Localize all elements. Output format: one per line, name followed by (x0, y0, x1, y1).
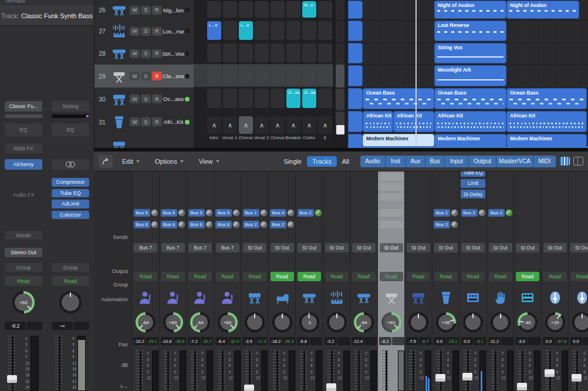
region-night-of-avalon[interactable]: Night of Avalon (506, 1, 579, 19)
empty-slot[interactable] (380, 183, 403, 191)
region-stub[interactable] (348, 1, 363, 19)
volume-db-value[interactable]: -3.2 (325, 337, 337, 345)
channel-strip-1[interactable]: Bus 5Bus 6Bus 7Read-64-10.2-29.1036912 (131, 171, 160, 391)
send-level-knob[interactable] (178, 221, 185, 228)
send-bus-button[interactable]: Bus 2 (270, 221, 286, 228)
scene-trigger-3[interactable]: ∧ (239, 116, 253, 134)
send-slot[interactable]: Bus 2 (243, 221, 267, 228)
plugin-slot-tube-eq[interactable]: Tube EQ (461, 171, 485, 177)
volume-value-box[interactable]: -∞ (52, 322, 73, 330)
loop-cell-empty[interactable] (302, 43, 316, 62)
fader-cap[interactable] (572, 374, 582, 382)
track-row-30[interactable]: 30MSROc...ass (94, 87, 194, 111)
loop-cell-empty[interactable] (318, 89, 332, 108)
output-assign-button[interactable]: Bus 7 (161, 243, 185, 252)
automation-mode-button[interactable]: Read (407, 272, 430, 281)
output-assign-button[interactable]: St Out (243, 243, 266, 252)
loop-cell-empty[interactable] (302, 21, 316, 40)
pan-knob[interactable]: -64 (136, 312, 156, 332)
loop-cell-empty[interactable] (239, 66, 253, 85)
region-african-kit[interactable]: African Kit (393, 111, 434, 132)
volume-db-value[interactable]: 0.0 (543, 337, 555, 345)
mute-button[interactable]: M (130, 49, 140, 58)
record-enable-button[interactable]: R (152, 27, 162, 36)
pan-knob[interactable]: -64 (190, 312, 210, 332)
send-level-knob[interactable] (206, 221, 212, 228)
loop-cell-empty[interactable] (318, 43, 332, 62)
divider-thumb[interactable] (336, 125, 344, 134)
loop-cell-empty[interactable] (255, 89, 269, 108)
loop-cell-empty[interactable] (271, 21, 285, 40)
mute-button[interactable]: M (130, 117, 140, 126)
send-bus-button[interactable]: Bus 5 (188, 209, 205, 217)
pan-knob[interactable] (463, 312, 483, 332)
groups-bar[interactable]: Groups (0, 0, 100, 5)
channel-strip-13[interactable]: Tube EQLimitSt-DelayBus 2St OutRead0.0-8… (459, 171, 487, 391)
scene-trigger-4[interactable]: ∧ (255, 116, 269, 134)
record-enable-button[interactable]: R (152, 117, 162, 126)
playhead[interactable] (415, 0, 417, 148)
fader-cap[interactable] (435, 374, 445, 382)
menu-view[interactable]: View (199, 158, 219, 165)
plugin-slot-adlimit[interactable]: AdLimit (52, 200, 89, 208)
loop-cell-cyan[interactable]: N...n (302, 1, 316, 18)
view-mode-tracks[interactable]: Tracks (307, 156, 337, 167)
sends-slot-button[interactable]: Sends (5, 231, 42, 240)
volume-db-value[interactable]: -10.2 (133, 337, 146, 345)
plugin-slot-compressor[interactable]: Compressor (52, 178, 89, 187)
loop-cell-empty[interactable] (207, 89, 221, 108)
output-assign-button[interactable]: St Out (407, 243, 430, 252)
track-row-29[interactable]: 29MSRCla...ass (94, 65, 194, 88)
scene-trigger-2[interactable]: ∧ (223, 116, 237, 134)
loop-cell-empty[interactable] (239, 43, 253, 62)
output-slot-button[interactable]: Stereo Out (5, 248, 42, 257)
automation-mode-button[interactable]: Read (434, 272, 458, 281)
volume-db-value[interactable]: -7.2 (188, 337, 200, 345)
send-slot[interactable]: Bus 5 (161, 209, 185, 217)
fader-cap[interactable] (244, 385, 254, 391)
record-enable-button[interactable]: R (152, 49, 162, 58)
region-stub[interactable] (348, 111, 363, 132)
empty-send-slot[interactable] (380, 221, 403, 228)
send-bus-button[interactable]: Bus 2 (243, 221, 259, 228)
midi-fx-button[interactable]: MIDI FX (5, 144, 42, 153)
send-bus-button[interactable]: Bus 2 (461, 209, 478, 217)
loop-cell-empty[interactable] (286, 1, 300, 18)
send-slot[interactable]: Bus 2 (461, 209, 485, 217)
volume-db-value[interactable]: -6.4 (215, 337, 228, 345)
channel-strip-7[interactable]: Bus 2St OutRead-1-5.8036912 (295, 171, 323, 391)
loop-cell-empty[interactable] (318, 21, 332, 40)
send-bus-button[interactable]: Bus 2 (434, 221, 450, 228)
record-enable-button[interactable]: R (152, 72, 162, 80)
send-slot[interactable]: Bus 1 (243, 209, 267, 217)
loop-cell-empty[interactable] (223, 66, 237, 85)
send-slot[interactable]: Bus 5 (215, 209, 239, 217)
send-slot[interactable]: Bus 2 (298, 209, 322, 217)
fader-cap[interactable] (462, 373, 472, 380)
plugin-slot-st-delay[interactable]: St-Delay (461, 190, 485, 198)
pan-knob[interactable] (408, 312, 428, 332)
channel-strip-2[interactable]: Bus 5Bus 6Bus 7Read+63-10.8-26.6036912 (159, 171, 187, 391)
track-row-28[interactable]: 28MSRStri...Vox (94, 42, 194, 65)
region-night-of-avalon[interactable]: Night of Avalon (434, 1, 506, 19)
automation-mode-button[interactable]: Read (188, 272, 212, 281)
volume-db-value[interactable]: -11.2 (488, 337, 501, 345)
channel-strip-5[interactable]: Bus 1Bus 2St OutRead-3.5-17.3036912 (241, 171, 269, 391)
region-african-kit[interactable]: African Kit (506, 111, 587, 132)
region-ocean-bass[interactable]: Ocean Bass (363, 88, 434, 109)
send-slot[interactable]: Bus 6 (161, 221, 185, 228)
output-assign-button[interactable]: Bus 7 (216, 243, 239, 252)
region-moonlight-ark[interactable]: Moonlight Ark (434, 65, 506, 86)
channel-strip-10[interactable]: St OutRead+63-8.2036912 (377, 171, 405, 391)
mute-button[interactable]: M (130, 6, 140, 15)
stereo-format-button[interactable] (52, 159, 89, 170)
channel-setting-button[interactable]: Classic Fu... (5, 101, 42, 112)
automation-mode-button[interactable]: Read (516, 272, 539, 281)
send-slot[interactable]: Bus 5 (134, 209, 158, 217)
automation-mode-button[interactable]: Read (461, 272, 485, 281)
send-bus-button[interactable]: Bus 5 (161, 209, 177, 217)
loop-cell-empty[interactable] (255, 43, 269, 62)
wide-strips-view-icon[interactable] (573, 157, 583, 166)
channel-strip-6[interactable]: Bus 4Bus 2St OutRead-18.2-26.3036912 (268, 171, 296, 391)
automation-mode-button[interactable]: Read (543, 272, 567, 281)
